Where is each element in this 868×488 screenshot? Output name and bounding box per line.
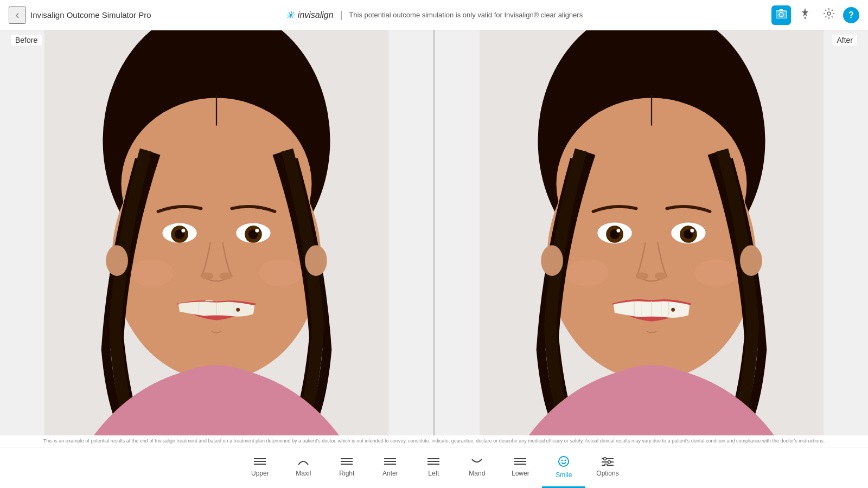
svg-point-55	[694, 259, 737, 286]
svg-point-21	[255, 229, 259, 233]
toolbar-item-upper[interactable]: Upper	[238, 447, 282, 488]
header-disclaimer-text: This potential outcome simulation is onl…	[349, 11, 583, 19]
camera-icon	[776, 9, 787, 21]
logo-brand-text: invisalign	[298, 10, 334, 20]
svg-point-71	[559, 457, 569, 466]
svg-point-36	[541, 245, 563, 276]
help-button[interactable]: ?	[843, 7, 859, 23]
svg-point-17	[181, 229, 185, 233]
header-center: ✳ invisalign | This potential outcome si…	[285, 9, 583, 22]
svg-point-29	[259, 259, 302, 286]
anter-label: Anter	[382, 470, 398, 477]
maxil-icon	[297, 457, 309, 467]
after-panel	[433, 30, 868, 435]
toolbar-item-smile[interactable]: Smile	[542, 447, 585, 488]
toolbar-item-anter[interactable]: Anter	[368, 447, 412, 488]
settings-button[interactable]	[819, 5, 839, 25]
pin-button[interactable]	[795, 5, 815, 25]
smile-icon	[558, 455, 570, 469]
back-button[interactable]: ‹	[9, 7, 26, 24]
svg-point-75	[603, 458, 606, 460]
toolbar-item-mand[interactable]: Mand	[455, 447, 499, 488]
disclaimer-bar: This is an example of potential results …	[0, 435, 868, 447]
after-face-image	[435, 30, 868, 435]
right-label: Right	[339, 470, 354, 477]
header-divider: |	[340, 9, 343, 21]
header-right: ?	[771, 5, 859, 25]
svg-point-45	[690, 229, 694, 233]
svg-point-27	[236, 308, 240, 312]
header-left: ‹ Invisalign Outcome Simulator Pro	[9, 7, 151, 24]
invisalign-logo: ✳ invisalign	[285, 9, 334, 22]
svg-point-73	[565, 459, 566, 461]
help-icon: ?	[848, 10, 854, 20]
smile-label: Smile	[556, 471, 572, 479]
left-label: Left	[428, 470, 439, 477]
toolbar-item-lower[interactable]: Lower	[499, 447, 542, 488]
logo-asterisk-icon: ✳	[285, 9, 295, 22]
right-icon	[341, 457, 353, 467]
app-title: Invisalign Outcome Simulator Pro	[30, 10, 151, 20]
svg-point-37	[740, 245, 762, 276]
svg-point-46	[636, 272, 649, 280]
svg-point-72	[561, 459, 563, 461]
header: ‹ Invisalign Outcome Simulator Pro ✳ inv…	[0, 0, 868, 30]
pin-icon	[801, 8, 809, 22]
before-panel	[0, 30, 433, 435]
svg-point-53	[671, 308, 675, 312]
mand-icon	[471, 457, 483, 467]
svg-point-77	[608, 461, 610, 464]
mand-label: Mand	[469, 470, 485, 477]
svg-point-79	[604, 464, 607, 466]
svg-rect-3	[780, 9, 783, 11]
toolbar-item-maxil[interactable]: Maxil	[282, 447, 325, 488]
options-label: Options	[596, 470, 618, 477]
svg-point-41	[616, 229, 620, 233]
main-content: Before After	[0, 30, 868, 447]
image-area	[0, 30, 868, 435]
toolbar-item-left[interactable]: Left	[412, 447, 455, 488]
svg-point-54	[565, 259, 608, 286]
before-face-image	[0, 30, 433, 435]
bottom-toolbar: UpperMaxilRightAnterLeftMandLowerSmileOp…	[0, 447, 868, 488]
svg-point-23	[220, 272, 232, 280]
toolbar-item-right[interactable]: Right	[325, 447, 368, 488]
anter-icon	[384, 457, 396, 467]
lower-icon	[514, 457, 526, 467]
svg-point-47	[655, 272, 667, 280]
svg-point-13	[305, 245, 327, 276]
svg-point-5	[827, 12, 831, 15]
options-icon	[602, 457, 614, 467]
camera-button[interactable]	[771, 5, 791, 25]
settings-icon	[824, 8, 834, 22]
disclaimer-text: This is an example of potential results …	[43, 438, 825, 444]
maxil-label: Maxil	[296, 470, 311, 477]
svg-rect-0	[776, 11, 787, 18]
svg-point-22	[201, 272, 214, 280]
upper-label: Upper	[251, 470, 269, 477]
svg-point-28	[130, 259, 173, 286]
svg-point-12	[106, 245, 128, 276]
upper-icon	[254, 457, 266, 467]
lower-label: Lower	[512, 470, 529, 477]
toolbar-item-options[interactable]: Options	[585, 447, 629, 488]
left-icon	[427, 457, 439, 467]
back-icon: ‹	[15, 8, 19, 22]
